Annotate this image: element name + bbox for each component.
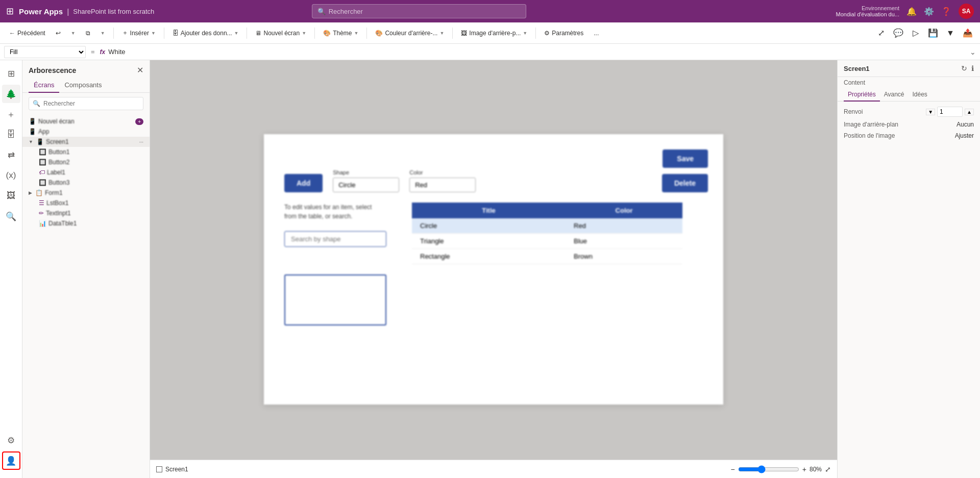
paste-button[interactable]: ▼ <box>96 29 109 38</box>
panel-info-icon[interactable]: ℹ <box>971 64 974 72</box>
color-input[interactable] <box>409 178 476 192</box>
prop-spinner-input[interactable] <box>937 107 963 117</box>
more-button[interactable]: ... <box>590 28 603 39</box>
color-label: Color <box>409 169 476 175</box>
table-row[interactable]: Rectangle Brown <box>412 248 682 264</box>
zoom-in-button[interactable]: + <box>802 465 806 473</box>
button-icon: 🔲 <box>39 148 46 156</box>
table-header-color: Color <box>566 203 682 218</box>
undo-dropdown-button[interactable]: ▼ <box>67 29 80 38</box>
settings-icon[interactable]: ⚙️ <box>924 7 934 16</box>
sidebar-close-button[interactable]: ✕ <box>137 65 143 75</box>
datatable-icon: 📊 <box>39 220 46 227</box>
zoom-out-button[interactable]: − <box>731 465 735 473</box>
back-button[interactable]: ← Précédent <box>5 28 50 39</box>
tree-item-textinpt1[interactable]: ✏ TextInpt1 <box>22 208 150 218</box>
save-dropdown-icon[interactable]: ▼ <box>943 26 958 40</box>
undo-button[interactable]: ↩ <box>52 28 65 39</box>
nav-settings-bottom-icon[interactable]: ⚙ <box>2 431 20 449</box>
canvas-search-input[interactable] <box>284 231 386 247</box>
canvas-add-button[interactable]: Add <box>284 174 323 192</box>
canvas-area[interactable]: Add Shape Color Save Delete <box>150 60 837 478</box>
canvas-save-button[interactable]: Save <box>663 149 708 168</box>
formula-input[interactable] <box>108 48 967 56</box>
nav-tree-icon[interactable]: 🌲 <box>2 85 20 103</box>
nav-media-icon[interactable]: 🖼 <box>2 187 20 205</box>
color-field-group: Color <box>409 169 476 192</box>
avatar[interactable]: SA <box>959 4 974 19</box>
nav-search-icon[interactable]: 🔍 <box>2 207 20 225</box>
help-icon[interactable]: ❓ <box>941 7 951 16</box>
spin-down-button[interactable]: ▼ <box>926 109 935 115</box>
hint-text: To edit values for an item, selectfrom t… <box>284 203 397 221</box>
canvas-gallery[interactable] <box>284 274 386 325</box>
formula-bar: Fill = fx ⌄ <box>0 44 980 60</box>
shape-field-group: Shape <box>333 169 399 192</box>
right-panel-tabs: Propriétés Avancé Idées <box>838 88 980 102</box>
tree-item-label1[interactable]: 🏷 Label1 <box>22 167 150 178</box>
params-button[interactable]: ⚙ Paramètres <box>540 28 587 39</box>
nav-variable-icon[interactable]: (x) <box>2 166 20 185</box>
canvas-delete-button[interactable]: Delete <box>662 174 708 192</box>
formula-expand-button[interactable]: ⌄ <box>970 48 976 56</box>
tree-item-button1[interactable]: 🔲 Button1 <box>22 147 150 157</box>
form-icon: 📋 <box>35 189 43 196</box>
comment-icon[interactable]: 💬 <box>891 26 905 40</box>
panel-refresh-icon[interactable]: ↻ <box>961 64 967 72</box>
tree-item-label: TextInpt1 <box>46 210 143 217</box>
fx-label: fx <box>100 48 106 56</box>
table-row[interactable]: Circle Red <box>412 218 682 234</box>
sidebar-tabs: Écrans Composants <box>22 78 150 93</box>
nav-user-icon[interactable]: 👤 <box>2 451 20 470</box>
tree-item-datatable1[interactable]: 📊 DataTble1 <box>22 218 150 229</box>
more-options-icon[interactable]: ··· <box>139 139 143 145</box>
publish-icon[interactable]: 📤 <box>961 26 975 40</box>
bg-image-button[interactable]: 🖼 Image d'arrière-p... ▼ <box>457 28 531 39</box>
spin-up-button[interactable]: ▲ <box>965 109 974 115</box>
insert-button[interactable]: ＋ Insérer ▼ <box>118 27 160 39</box>
tab-ideas[interactable]: Idées <box>909 88 932 102</box>
new-screen-button[interactable]: 🖥 Nouvel écran ▼ <box>251 28 310 39</box>
bg-color-button[interactable]: 🎨 Couleur d'arrière-... ▼ <box>371 28 448 39</box>
save-icon[interactable]: 💾 <box>926 26 940 40</box>
tab-screens[interactable]: Écrans <box>29 78 59 93</box>
sidebar-search-input[interactable] <box>29 97 143 110</box>
search-input[interactable] <box>329 8 521 15</box>
tree-item-screen1[interactable]: ▼ 📱 Screen1 ··· <box>22 137 150 147</box>
tree-item-app[interactable]: 📱 App <box>22 127 150 137</box>
notifications-icon[interactable]: 🔔 <box>906 7 917 16</box>
tab-properties[interactable]: Propriétés <box>844 88 880 102</box>
copy-button[interactable]: ⧉ <box>82 28 94 39</box>
tree-item-form1[interactable]: ▶ 📋 Form1 <box>22 188 150 198</box>
separator <box>247 28 247 39</box>
nav-home-icon[interactable]: ⊞ <box>2 64 20 83</box>
top-nav-right: Environnement Mondial d'évaluation du...… <box>836 4 974 19</box>
property-select[interactable]: Fill <box>4 46 86 58</box>
global-search[interactable]: 🔍 <box>312 4 526 18</box>
fullscreen-button[interactable]: ⤢ <box>825 465 831 473</box>
app-grid-icon[interactable]: ⊞ <box>6 6 14 17</box>
tab-advanced[interactable]: Avancé <box>880 88 909 102</box>
app-name: Power Apps <box>19 7 63 16</box>
shape-input[interactable] <box>333 178 399 192</box>
prop-spinner[interactable]: ▼ ▲ <box>926 107 974 117</box>
nav-flow-icon[interactable]: ⇄ <box>2 146 20 164</box>
nav-add-icon[interactable]: ＋ <box>2 105 20 123</box>
tree-item-lstbox1[interactable]: ☰ LstBox1 <box>22 198 150 208</box>
zoom-slider[interactable] <box>738 465 799 473</box>
screen-checkbox[interactable] <box>156 466 162 472</box>
tab-components[interactable]: Composants <box>59 78 107 93</box>
theme-button[interactable]: 🎨 Thème ▼ <box>319 28 362 39</box>
add-data-button[interactable]: 🗄 Ajouter des donn... ▼ <box>168 28 243 39</box>
play-icon[interactable]: ▷ <box>909 26 923 40</box>
tree-item-button2[interactable]: 🔲 Button2 <box>22 157 150 167</box>
sidebar-search: 🔍 <box>22 93 150 114</box>
canvas-frame[interactable]: Add Shape Color Save Delete <box>264 134 723 405</box>
item-badge: + <box>135 118 143 125</box>
nav-data-icon[interactable]: 🗄 <box>2 125 20 144</box>
expand-icon[interactable]: ⤢ <box>874 26 888 40</box>
tree-item-new-screen[interactable]: 📱 Nouvel écran + <box>22 116 150 127</box>
table-row[interactable]: Triangle Blue <box>412 233 682 248</box>
screen-tab[interactable]: Screen1 <box>156 466 188 473</box>
tree-item-button3[interactable]: 🔲 Button3 <box>22 178 150 188</box>
